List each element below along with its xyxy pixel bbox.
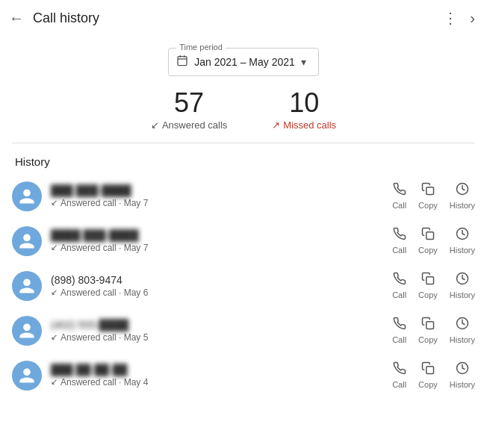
call-label: Call	[392, 246, 406, 255]
copy-icon	[421, 227, 435, 244]
svg-rect-10	[426, 322, 434, 329]
call-type-icon: ↙	[51, 332, 58, 342]
call-item[interactable]: ████ ███-████ ↙ Answered call · May 7 Ca…	[0, 219, 487, 264]
call-detail: Answered call · May 6	[61, 287, 148, 298]
copy-button[interactable]: Copy	[418, 272, 438, 299]
call-item[interactable]: ███ ██-██-██ ↙ Answered call · May 4 Cal…	[0, 353, 487, 398]
call-meta: ↙ Answered call · May 4	[51, 377, 383, 388]
call-button[interactable]: Call	[392, 227, 406, 255]
copy-label: Copy	[418, 290, 438, 299]
call-button[interactable]: Call	[392, 317, 406, 344]
phone-icon	[393, 182, 406, 199]
avatar	[12, 316, 42, 346]
call-info: (402) 555-████ ↙ Answered call · May 5	[51, 319, 383, 343]
missed-icon: ↗	[272, 119, 280, 131]
history-label: History	[450, 246, 475, 255]
copy-button[interactable]: Copy	[418, 317, 438, 344]
call-name: (898) 803-9474	[51, 274, 383, 286]
call-item[interactable]: (898) 803-9474 ↙ Answered call · May 6 C…	[0, 264, 487, 308]
phone-icon	[393, 272, 406, 289]
call-list: ███ ███-████ ↙ Answered call · May 7 Cal…	[0, 174, 487, 398]
history-icon	[456, 182, 469, 199]
call-type-icon: ↙	[51, 198, 58, 208]
dropdown-arrow-icon: ▾	[301, 56, 306, 68]
phone-icon	[393, 227, 406, 244]
call-button[interactable]: Call	[392, 182, 406, 210]
time-period-value: Jan 2021 – May 2021	[194, 56, 295, 68]
call-label: Call	[392, 335, 406, 344]
section-divider	[12, 143, 475, 143]
call-name: (402) 555-████	[51, 319, 383, 331]
header: ← Call history ⋮ ›	[0, 0, 487, 36]
copy-button[interactable]: Copy	[418, 227, 438, 255]
svg-rect-4	[426, 187, 434, 195]
history-button[interactable]: History	[450, 272, 475, 299]
history-icon	[456, 272, 469, 289]
call-label: Call	[392, 290, 406, 299]
missed-count: 10	[272, 88, 336, 118]
call-actions: Call Copy History	[392, 317, 475, 344]
call-button[interactable]: Call	[392, 361, 406, 389]
call-label: Call	[392, 380, 406, 389]
call-meta: ↙ Answered call · May 6	[51, 287, 383, 298]
time-period-container: Time period Jan 2021 – May 2021 ▾	[0, 48, 487, 76]
time-period-label: Time period	[176, 43, 226, 52]
copy-icon	[421, 272, 435, 289]
copy-icon	[421, 182, 435, 199]
copy-label: Copy	[418, 380, 438, 389]
history-button[interactable]: History	[450, 182, 475, 210]
call-type-icon: ↙	[51, 243, 58, 252]
answered-label-text: Answered calls	[162, 119, 227, 131]
call-meta: ↙ Answered call · May 7	[51, 198, 383, 208]
call-info: (898) 803-9474 ↙ Answered call · May 6	[51, 274, 383, 298]
phone-icon	[393, 361, 406, 379]
svg-rect-6	[426, 232, 434, 240]
copy-label: Copy	[418, 201, 438, 210]
copy-button[interactable]: Copy	[418, 361, 438, 389]
missed-label: ↗ Missed calls	[272, 119, 336, 131]
missed-calls-stat: 10 ↗ Missed calls	[272, 88, 336, 131]
back-button[interactable]: ←	[9, 10, 24, 27]
answered-calls-stat: 57 ↙ Answered calls	[151, 88, 227, 131]
history-button[interactable]: History	[450, 317, 475, 344]
call-name: ████ ███-████	[51, 229, 383, 241]
call-detail: Answered call · May 7	[61, 243, 148, 253]
history-icon	[456, 317, 469, 334]
phone-icon	[393, 317, 406, 334]
call-info: ████ ███-████ ↙ Answered call · May 7	[51, 229, 383, 253]
avatar	[12, 226, 42, 256]
call-actions: Call Copy History	[392, 361, 475, 389]
avatar	[12, 181, 42, 211]
call-detail: Answered call · May 7	[61, 198, 148, 208]
copy-label: Copy	[418, 335, 438, 344]
copy-label: Copy	[418, 246, 438, 255]
more-icon[interactable]: ⋮	[440, 6, 461, 30]
page-title: Call history	[33, 10, 440, 26]
call-meta: ↙ Answered call · May 5	[51, 332, 383, 343]
call-label: Call	[392, 201, 406, 210]
svg-rect-8	[426, 277, 434, 284]
forward-icon[interactable]: ›	[467, 7, 478, 30]
call-item[interactable]: (402) 555-████ ↙ Answered call · May 5 C…	[0, 308, 487, 353]
time-period-selector[interactable]: Time period Jan 2021 – May 2021 ▾	[168, 48, 319, 76]
copy-icon	[421, 361, 435, 379]
call-type-icon: ↙	[51, 287, 58, 297]
calendar-icon	[176, 55, 188, 69]
call-info: ███ ███-████ ↙ Answered call · May 7	[51, 184, 383, 208]
copy-icon	[421, 317, 435, 334]
history-label: History	[450, 290, 475, 299]
history-button[interactable]: History	[450, 227, 475, 255]
history-label: History	[450, 201, 475, 210]
call-type-icon: ↙	[51, 377, 58, 387]
history-button[interactable]: History	[450, 361, 475, 389]
svg-rect-0	[178, 57, 187, 66]
history-section-title: History	[0, 149, 487, 174]
header-icons: ⋮ ›	[440, 6, 478, 30]
call-button[interactable]: Call	[392, 272, 406, 299]
call-name: ███ ███-████	[51, 184, 383, 196]
call-actions: Call Copy History	[392, 227, 475, 255]
copy-button[interactable]: Copy	[418, 182, 438, 210]
call-info: ███ ██-██-██ ↙ Answered call · May 4	[51, 364, 383, 388]
missed-label-text: Missed calls	[283, 119, 336, 131]
call-item[interactable]: ███ ███-████ ↙ Answered call · May 7 Cal…	[0, 174, 487, 219]
